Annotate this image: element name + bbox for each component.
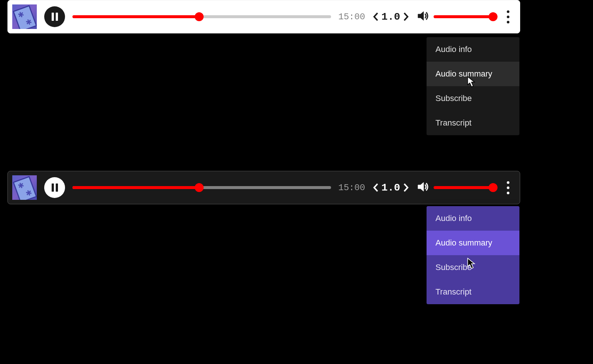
menu-item-audio-summary[interactable]: Audio summary [427,62,519,86]
time-display: 15:00 [338,12,365,22]
volume-icon[interactable] [417,181,429,195]
more-options-button[interactable] [500,178,515,197]
speed-value: 1.0 [382,11,400,23]
seek-thumb[interactable] [195,183,204,192]
playback-speed-control: 1.0 [373,182,409,194]
volume-thumb[interactable] [489,12,498,21]
speed-increase-button[interactable] [402,12,409,22]
audio-player-light: 15:00 1.0 [7,0,520,33]
speed-decrease-button[interactable] [373,12,379,22]
speed-value: 1.0 [382,182,400,194]
volume-slider[interactable] [434,186,493,189]
more-options-menu: Audio info Audio summary Subscribe Trans… [427,206,519,304]
volume-icon[interactable] [417,10,429,24]
volume-control [417,181,493,195]
menu-item-subscribe[interactable]: Subscribe [427,255,519,280]
seek-thumb[interactable] [195,12,204,21]
menu-item-transcript[interactable]: Transcript [427,280,519,304]
seek-slider[interactable] [72,186,331,189]
volume-control [417,10,493,24]
time-display: 15:00 [338,183,365,193]
menu-item-audio-summary[interactable]: Audio summary [427,231,519,255]
menu-item-subscribe[interactable]: Subscribe [427,86,519,111]
volume-slider[interactable] [434,15,493,18]
more-options-menu: Audio info Audio summary Subscribe Trans… [427,37,519,135]
seek-slider[interactable] [72,15,331,18]
menu-item-transcript[interactable]: Transcript [427,111,519,135]
track-thumbnail[interactable] [12,175,37,200]
pause-button[interactable] [44,177,65,198]
audio-player-dark: 15:00 1.0 [7,171,520,204]
pause-button[interactable] [44,6,65,27]
more-options-button[interactable] [500,7,515,26]
menu-item-audio-info[interactable]: Audio info [427,206,519,231]
volume-thumb[interactable] [489,183,498,192]
playback-speed-control: 1.0 [373,11,409,23]
speed-increase-button[interactable] [402,182,409,193]
track-thumbnail[interactable] [12,4,37,29]
pause-icon [52,13,58,21]
speed-decrease-button[interactable] [373,182,379,193]
pause-icon [52,183,58,192]
menu-item-audio-info[interactable]: Audio info [427,37,519,62]
